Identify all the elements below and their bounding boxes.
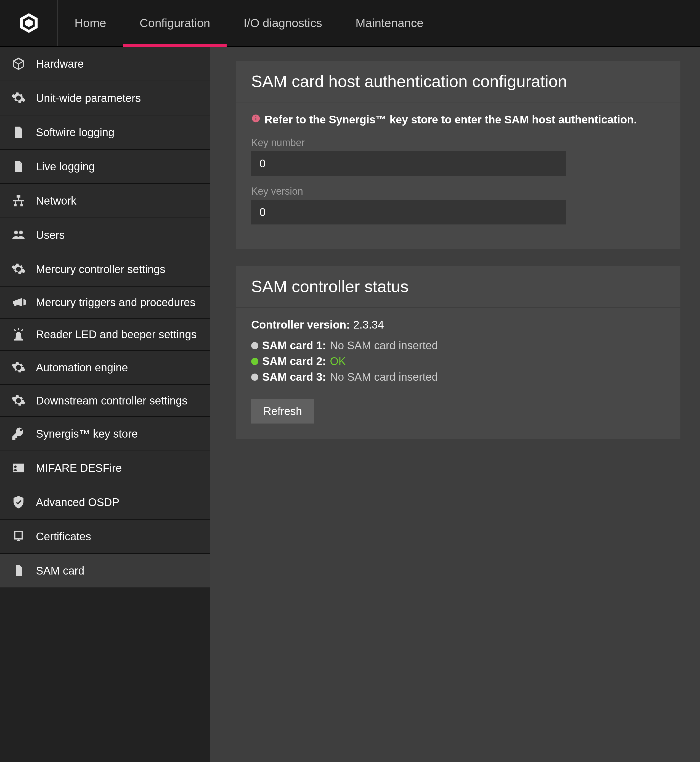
- megaphone-icon: [11, 295, 26, 310]
- panel-body: Refer to the Synergis™ key store to ente…: [236, 102, 680, 249]
- panel-body: Controller version: 2.3.34 SAM card 1: N…: [236, 308, 680, 439]
- app-logo-icon: [17, 11, 41, 35]
- status-dot-icon: [251, 342, 258, 349]
- main-area: SAM card host authentication configurati…: [210, 47, 700, 762]
- sidebar-item-label: Downstream controller settings: [36, 394, 188, 407]
- top-nav-tabs: Home Configuration I/O diagnostics Maint…: [58, 0, 440, 46]
- sidebar-item-softwire-logging[interactable]: Softwire logging: [0, 116, 210, 150]
- tab-io-diagnostics[interactable]: I/O diagnostics: [227, 0, 339, 46]
- controller-version-label: Controller version:: [251, 319, 350, 331]
- tab-label: I/O diagnostics: [244, 16, 322, 30]
- sidebar-item-synergis-key-store[interactable]: Synergis™ key store: [0, 417, 210, 451]
- sidebar-item-advanced-osdp[interactable]: Advanced OSDP: [0, 485, 210, 519]
- sidebar-item-label: Advanced OSDP: [36, 495, 119, 509]
- file-icon: [11, 125, 26, 140]
- refresh-button[interactable]: Refresh: [251, 399, 314, 424]
- sidebar-item-label: Users: [36, 228, 65, 242]
- sidebar-item-sam-card[interactable]: SAM card: [0, 554, 210, 588]
- sam-card-status-row: SAM card 2: OK: [251, 355, 665, 368]
- sidebar-item-downstream-controller[interactable]: Downstream controller settings: [0, 385, 210, 417]
- logo-container: [0, 0, 58, 46]
- panel-title-sam-auth: SAM card host authentication configurati…: [236, 61, 680, 102]
- top-bar: Home Configuration I/O diagnostics Maint…: [0, 0, 700, 47]
- key-version-label: Key version: [251, 186, 665, 197]
- key-version-input[interactable]: [251, 200, 566, 224]
- panel-title-sam-status: SAM controller status: [236, 266, 680, 308]
- sidebar-item-network[interactable]: Network: [0, 184, 210, 218]
- file-icon: [11, 159, 26, 174]
- users-icon: [11, 227, 26, 243]
- siren-icon: [11, 327, 26, 342]
- sam-auth-notice: Refer to the Synergis™ key store to ente…: [251, 113, 665, 126]
- sidebar-item-label: Synergis™ key store: [36, 427, 138, 441]
- sidebar-item-label: SAM card: [36, 564, 84, 577]
- content-layout: Hardware Unit-wide parameters Softwire l…: [0, 47, 700, 762]
- sidebar-item-mercury-triggers[interactable]: Mercury triggers and procedures: [0, 286, 210, 319]
- sam-card-label: SAM card 2:: [262, 355, 326, 368]
- sidebar-item-mercury-controller-settings[interactable]: Mercury controller settings: [0, 252, 210, 286]
- sidebar-item-label: Mercury controller settings: [36, 262, 165, 276]
- tab-label: Maintenance: [356, 16, 423, 30]
- sidebar-item-unit-wide-parameters[interactable]: Unit-wide parameters: [0, 81, 210, 116]
- tab-home[interactable]: Home: [58, 0, 123, 46]
- sam-card-status-row: SAM card 1: No SAM card inserted: [251, 339, 665, 352]
- key-number-label: Key number: [251, 137, 665, 149]
- tab-label: Configuration: [140, 16, 210, 30]
- status-dot-icon: [251, 374, 258, 381]
- tab-maintenance[interactable]: Maintenance: [339, 0, 440, 46]
- sidebar-item-certificates[interactable]: Certificates: [0, 519, 210, 554]
- info-icon: [251, 114, 261, 126]
- notice-text: Refer to the Synergis™ key store to ente…: [264, 113, 637, 126]
- sidebar-item-hardware[interactable]: Hardware: [0, 47, 210, 81]
- key-icon: [11, 426, 26, 441]
- sam-card-status-row: SAM card 3: No SAM card inserted: [251, 371, 665, 383]
- controller-version-value: 2.3.34: [353, 319, 384, 331]
- sidebar-item-label: Certificates: [36, 529, 91, 543]
- sidebar-item-label: Softwire logging: [36, 125, 114, 139]
- sam-card-label: SAM card 1:: [262, 339, 326, 352]
- sidebar-item-reader-led-beeper[interactable]: Reader LED and beeper settings: [0, 319, 210, 350]
- sidebar-item-mifare-desfire[interactable]: MIFARE DESFire: [0, 451, 210, 485]
- sidebar-item-label: Live logging: [36, 160, 95, 174]
- sidebar-item-label: Automation engine: [36, 361, 128, 374]
- idcard-icon: [11, 460, 26, 476]
- sidebar-item-label: MIFARE DESFire: [36, 461, 122, 475]
- sidebar-item-label: Network: [36, 194, 77, 208]
- tab-label: Home: [75, 16, 106, 30]
- controller-version-row: Controller version: 2.3.34: [251, 319, 665, 331]
- network-icon: [11, 193, 26, 208]
- gear-icon: [11, 91, 26, 105]
- gear-icon: [11, 393, 26, 408]
- button-label: Refresh: [263, 405, 302, 418]
- sim-icon: [11, 563, 26, 578]
- certificate-icon: [11, 529, 26, 544]
- gear-icon: [11, 262, 26, 277]
- cube-icon: [11, 56, 26, 71]
- gear-icon: [11, 360, 26, 375]
- status-dot-icon: [251, 358, 258, 365]
- sam-card-status: No SAM card inserted: [330, 339, 438, 352]
- sidebar-item-users[interactable]: Users: [0, 218, 210, 252]
- shield-check-icon: [11, 495, 26, 510]
- sam-card-status: No SAM card inserted: [330, 371, 438, 383]
- sidebar-item-label: Reader LED and beeper settings: [36, 327, 197, 341]
- sidebar-item-label: Hardware: [36, 57, 84, 71]
- sam-auth-panel: SAM card host authentication configurati…: [236, 61, 680, 249]
- tab-configuration[interactable]: Configuration: [123, 0, 227, 46]
- key-number-input[interactable]: [251, 151, 566, 176]
- sidebar-item-label: Unit-wide parameters: [36, 91, 141, 105]
- sam-status-panel: SAM controller status Controller version…: [236, 266, 680, 439]
- sam-card-label: SAM card 3:: [262, 371, 326, 383]
- config-sidebar: Hardware Unit-wide parameters Softwire l…: [0, 47, 210, 762]
- sam-card-status: OK: [330, 355, 346, 368]
- sidebar-item-live-logging[interactable]: Live logging: [0, 150, 210, 184]
- sidebar-item-label: Mercury triggers and procedures: [36, 296, 195, 309]
- sidebar-item-automation-engine[interactable]: Automation engine: [0, 350, 210, 385]
